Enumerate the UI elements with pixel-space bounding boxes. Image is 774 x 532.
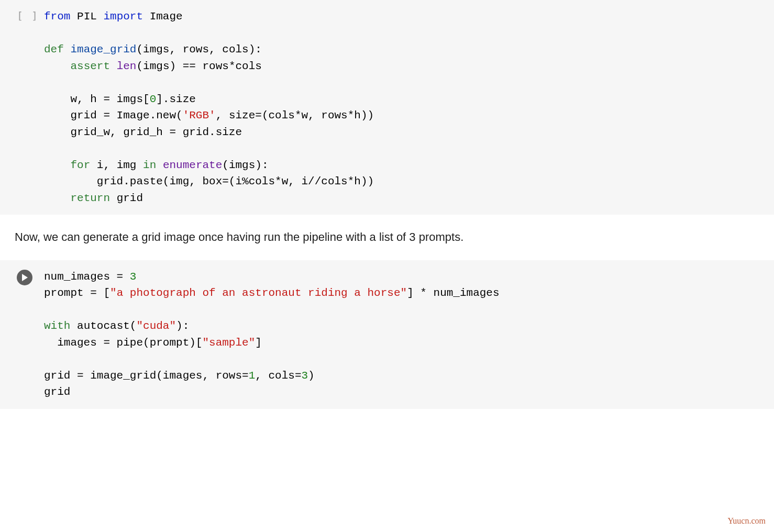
code-cell-1: [ ] from PIL import Image def image_grid…	[0, 0, 774, 215]
play-icon	[21, 274, 28, 281]
markdown-text: Now, we can generate a grid image once h…	[0, 215, 774, 260]
cell-execution-indicator[interactable]: [ ]	[17, 7, 44, 22]
run-cell-button[interactable]	[17, 270, 32, 285]
code-editor-1[interactable]: from PIL import Image def image_grid(img…	[44, 7, 374, 207]
code-editor-2[interactable]: num_images = 3 prompt = ["a photograph o…	[44, 268, 500, 402]
svg-marker-0	[22, 274, 28, 281]
code-cell-2: num_images = 3 prompt = ["a photograph o…	[0, 260, 774, 409]
cell-run-gutter	[17, 268, 44, 285]
